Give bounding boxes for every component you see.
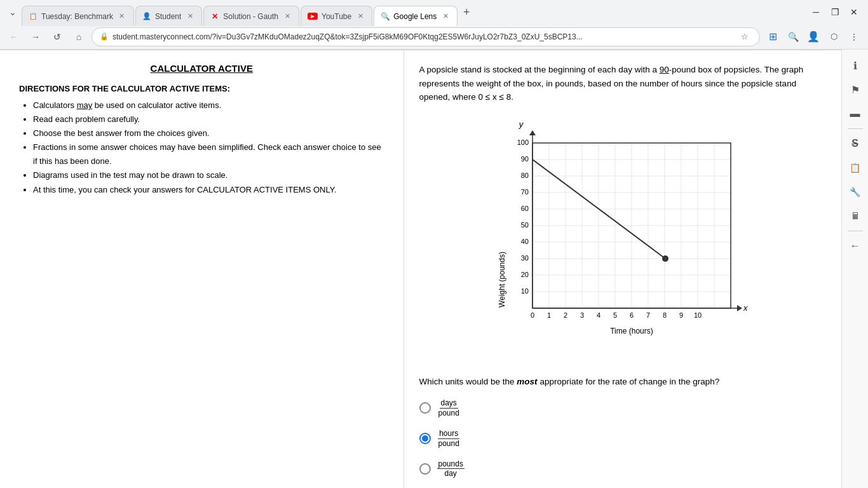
reload-button[interactable]: ↺ — [48, 28, 66, 46]
svg-text:7: 7 — [646, 311, 650, 319]
tab-close-1[interactable]: ✕ — [117, 11, 127, 22]
svg-text:4: 4 — [597, 311, 600, 319]
fraction-b-numerator: hours — [438, 429, 459, 438]
tab-youtube[interactable]: ▶ YouTube ✕ — [301, 6, 372, 26]
toolbar-divider-2 — [848, 231, 863, 231]
tab-label-4: YouTube — [322, 12, 351, 21]
forward-button[interactable]: → — [27, 28, 44, 46]
most-emphasis: most — [517, 377, 537, 386]
menu-button[interactable]: ⋮ — [845, 28, 863, 46]
graph-container: Weight (pounds) 100 90 80 70 60 50 40 30… — [419, 114, 826, 362]
fraction-a-numerator: days — [440, 398, 458, 408]
svg-text:10: 10 — [521, 287, 529, 295]
svg-text:10: 10 — [694, 311, 702, 319]
directions-list: Calculators may be used on calculator ac… — [19, 98, 384, 197]
back-button[interactable]: ← — [5, 28, 23, 46]
bookmark-star-button[interactable]: ☆ — [738, 30, 752, 44]
direction-item-1: Calculators may be used on calculator ac… — [33, 98, 384, 112]
tab-solution-gauth[interactable]: ✕ Solution - Gauth ✕ — [203, 6, 299, 26]
svg-text:90: 90 — [521, 155, 529, 163]
svg-text:60: 60 — [521, 205, 529, 212]
tab-favicon-2: 👤 — [142, 12, 151, 21]
graph-dot — [662, 255, 668, 262]
fraction-a-denominator: pound — [437, 409, 461, 417]
choice-c[interactable]: pounds day — [419, 459, 826, 478]
tab-close-2[interactable]: ✕ — [185, 11, 195, 22]
tab-student[interactable]: 👤 Student ✕ — [135, 6, 202, 26]
tab-label-5: Google Lens — [393, 12, 437, 21]
svg-text:50: 50 — [521, 221, 529, 229]
tab-favicon-5: 🔍 — [381, 12, 390, 21]
tab-close-5[interactable]: ✕ — [440, 11, 451, 22]
display-icon[interactable]: ▬ — [844, 103, 866, 125]
left-panel: CALCULATOR ACTIVE DIRECTIONS FOR THE CAL… — [0, 50, 404, 488]
minimize-button[interactable]: ─ — [807, 3, 825, 21]
radio-c[interactable] — [419, 463, 431, 475]
svg-text:0: 0 — [531, 311, 534, 319]
90-highlight: 90 — [660, 65, 669, 74]
tools-icon[interactable]: 🔧 — [844, 181, 866, 203]
tab-tuesday-benchmark[interactable]: 📋 Tuesday: Benchmark ✕ — [22, 6, 134, 26]
svg-text:9: 9 — [679, 311, 683, 319]
address-bar: ← → ↺ ⌂ 🔒 student.masteryconnect.com/?iv… — [0, 24, 868, 50]
extension-btn-2[interactable]: ⬡ — [825, 28, 843, 46]
choice-a[interactable]: days pound — [419, 398, 826, 417]
problem-text: A popsicle stand is stocked at the begin… — [419, 63, 826, 104]
radio-b-fill — [422, 435, 428, 442]
reference-icon[interactable]: 📋 — [844, 157, 866, 179]
direction-item-5: Diagrams used in the test may not be dra… — [33, 168, 384, 182]
x-axis-label: x — [743, 303, 748, 313]
svg-text:80: 80 — [521, 172, 529, 179]
security-icon: 🔒 — [100, 32, 109, 41]
svg-text:40: 40 — [521, 238, 529, 245]
url-text: student.masteryconnect.com/?iv=Du3Gv7zMK… — [112, 32, 734, 41]
browser-action-buttons: ⊞ 🔍 👤 ⬡ ⋮ — [764, 28, 863, 46]
question-text: Which units would be the most appropriat… — [419, 375, 826, 389]
answer-choices: days pound hours pound pounds da — [419, 398, 826, 488]
x-tick-labels: 0 1 2 3 4 5 6 7 8 9 10 — [531, 311, 702, 319]
window-controls: ─ ❐ ✕ — [807, 3, 863, 21]
radio-a[interactable] — [419, 402, 431, 414]
close-button[interactable]: ✕ — [845, 3, 863, 21]
new-tab-button[interactable]: + — [459, 4, 474, 20]
svg-text:2: 2 — [564, 311, 567, 319]
toolbar-divider-1 — [848, 128, 863, 129]
home-button[interactable]: ⌂ — [70, 28, 88, 46]
url-actions: ☆ — [738, 30, 752, 44]
main-content: CALCULATOR ACTIVE DIRECTIONS FOR THE CAL… — [0, 50, 868, 488]
direction-item-3: Choose the best answer from the choices … — [33, 126, 384, 140]
y-axis-label: Weight (pounds) — [498, 252, 506, 308]
svg-text:8: 8 — [663, 311, 667, 319]
profile-button[interactable]: 👤 — [804, 28, 822, 46]
profile-icon[interactable]: ℹ — [844, 55, 866, 76]
tab-google-lens[interactable]: 🔍 Google Lens ✕ — [374, 6, 458, 26]
fraction-c-numerator: pounds — [437, 459, 465, 469]
svg-text:100: 100 — [517, 139, 528, 146]
strikethrough-icon[interactable]: S — [844, 133, 866, 154]
svg-text:1: 1 — [547, 311, 551, 319]
right-toolbar: ℹ ⚑ ▬ S 📋 🔧 🖩 ← — [841, 50, 868, 488]
svg-text:5: 5 — [613, 311, 617, 319]
tab-close-3[interactable]: ✕ — [282, 11, 292, 22]
tab-list-btn[interactable]: ⌄ — [5, 4, 20, 20]
y-axis-arrowhead — [529, 130, 536, 135]
direction-item-6: At this time, you can check your answers… — [33, 183, 384, 197]
tab-favicon-1: 📋 — [29, 12, 37, 21]
google-lens-btn[interactable]: 🔍 — [784, 28, 802, 46]
radio-b[interactable] — [419, 433, 431, 444]
choice-b[interactable]: hours pound — [419, 429, 826, 448]
flag-icon[interactable]: ⚑ — [844, 79, 866, 100]
tab-label-2: Student — [155, 12, 181, 21]
may-underline: may — [77, 100, 93, 110]
tab-favicon-3: ✕ — [210, 12, 219, 21]
tab-favicon-4: ▶ — [308, 13, 318, 20]
calculator-icon[interactable]: 🖩 — [844, 205, 866, 227]
fraction-b: hours pound — [437, 429, 461, 448]
maximize-button[interactable]: ❐ — [826, 3, 844, 21]
back-icon[interactable]: ← — [844, 235, 866, 257]
url-input-box[interactable]: 🔒 student.masteryconnect.com/?iv=Du3Gv7z… — [92, 27, 760, 46]
tab-close-4[interactable]: ✕ — [355, 11, 365, 22]
extensions-button[interactable]: ⊞ — [764, 28, 782, 46]
graph-wrapper: Weight (pounds) 100 90 80 70 60 50 40 30… — [496, 114, 750, 362]
svg-text:20: 20 — [521, 271, 529, 278]
